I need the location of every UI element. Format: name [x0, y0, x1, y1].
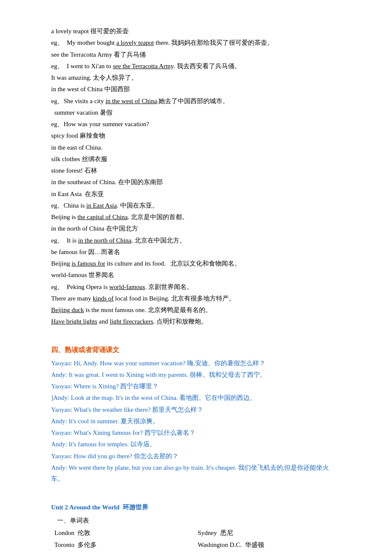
dialogue-line-2: Andy: It was great. I went to Xining wit… — [51, 369, 341, 380]
line-20: be famous for 因…而著名 — [51, 246, 341, 257]
vocab-row-2: Toronto 多伦多 Washington D.C. 华盛顿 — [51, 539, 341, 551]
line-16: eg、China is in East Asia. 中国在东亚。 — [51, 200, 341, 211]
line-19: eg、 It is in the north of China. 北京在中国北方… — [51, 235, 341, 246]
dialogue-line-1: Yaoyao: Hi, Andy. How was your summer va… — [51, 358, 341, 369]
dialogue-line-6: Andy: It's cool in summer. 夏天很凉爽。 — [51, 416, 341, 427]
line-21: Beijing is famous for its culture and it… — [51, 258, 341, 269]
line-10: spicy food 麻辣食物 — [51, 130, 341, 141]
line-22: world-famous 世界闻名 — [51, 269, 341, 280]
section-header-4: 四、熟读或者背诵课文 — [51, 344, 341, 356]
vocab-lines: a lovely teapot 很可爱的茶壶 eg、 My mother bou… — [51, 26, 341, 327]
dialogue-line-5: Yaoyao: What's the weather like there? 那… — [51, 404, 341, 415]
line-14: in the southeast of China. 在中国的东南部 — [51, 176, 341, 188]
line-2: eg、 My mother bought a lovely teapot the… — [51, 37, 341, 48]
vocab-london: London 伦敦 — [51, 527, 196, 539]
dialogue-line-7: Yaoyao: What's Xining famous for? 西宁以什么著… — [51, 427, 341, 438]
main-content: a lovely teapot 很可爱的茶壶 eg、 My mother bou… — [51, 26, 341, 551]
dialogue-line-4: ]Andy: Look at the map. It's in the west… — [51, 392, 341, 403]
dialogue-line-9: Yaoyao: How did you go there? 你怎么去那的？ — [51, 451, 341, 462]
dialogue-section: Yaoyao: Hi, Andy. How was your summer va… — [51, 358, 341, 485]
vocab-table: London 伦敦 Sydney 悉尼 Toronto 多伦多 Washingt… — [51, 527, 341, 551]
line-11: in the east of China. — [51, 142, 341, 153]
line-1: a lovely teapot 很可爱的茶壶 — [51, 26, 341, 37]
unit-2-header: Unit 2 Around the World 环游世界 — [51, 502, 341, 513]
line-6: in the west of China 中国西部 — [51, 84, 341, 95]
line-4: eg、 I went to Xi'an to see the Terracott… — [51, 61, 341, 72]
line-18: in the north of China 在中国北方 — [51, 223, 341, 234]
line-8: summer vacation 暑假 — [51, 107, 341, 118]
line-12: silk clothes 丝绸衣服 — [51, 153, 341, 165]
vocab-row-1: London 伦敦 Sydney 悉尼 — [51, 527, 341, 539]
line-9: eg、How was your summer vacation? — [51, 119, 341, 130]
vocab-sydney: Sydney 悉尼 — [196, 527, 341, 539]
vocab-toronto: Toronto 多伦多 — [51, 539, 196, 551]
dialogue-line-10: Andy: We went there by plane, but you ca… — [51, 462, 341, 485]
vocab-section-label: 一、单词表 — [55, 515, 341, 526]
line-3: see the Terracotta Army 看了兵马俑 — [51, 49, 341, 60]
line-26: Have bright lights and light firecracker… — [51, 316, 341, 327]
line-5: It was amazing. 太令人惊异了。 — [51, 72, 341, 83]
line-25: Beijing duck is the most famous one. 北京烤… — [51, 304, 341, 315]
line-15: in East Asia 在东亚 — [51, 188, 341, 199]
line-13: stone forest! 石林 — [51, 165, 341, 176]
dialogue-line-3: Yaoyao: Where is Xining? 西宁在哪里？ — [51, 381, 341, 392]
line-7: eg、She visits a city in the west of Chin… — [51, 95, 341, 107]
line-24: There are many kinds of local food in Be… — [51, 293, 341, 304]
dialogue-line-8: Andy: It's famous for temples. 以寺庙。 — [51, 439, 341, 450]
vocab-washington: Washington D.C. 华盛顿 — [196, 539, 341, 551]
line-17: Beijing is the capital of China. 北京是中国的首… — [51, 211, 341, 223]
line-23: eg、 Peking Opera is world-famous. 京剧世界闻名… — [51, 281, 341, 292]
